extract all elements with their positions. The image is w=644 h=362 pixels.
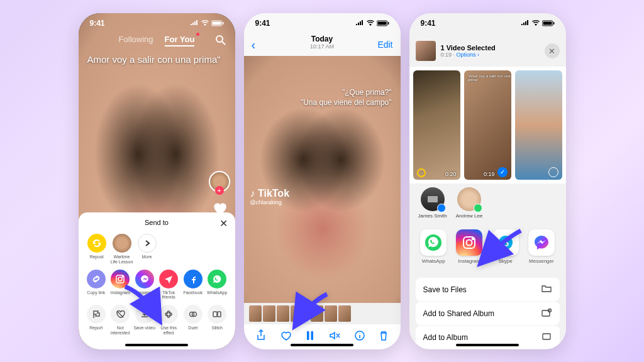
svg-rect-15 (388, 22, 389, 25)
signal-icon (190, 20, 199, 26)
annotation-arrow-2 (291, 290, 341, 334)
album-icon (541, 332, 552, 343)
creator-avatar[interactable]: + (209, 171, 230, 192)
svg-rect-1 (212, 21, 221, 25)
close-icon[interactable]: ✕ (219, 217, 228, 229)
svg-rect-20 (543, 21, 552, 25)
signal-icon (521, 20, 530, 26)
wifi-icon (531, 20, 540, 26)
options-link[interactable]: Options (457, 52, 476, 58)
svg-rect-14 (377, 21, 386, 25)
stitch-button[interactable]: Stitch (206, 305, 229, 335)
svg-point-3 (216, 36, 223, 42)
status-time: 9:41 (90, 19, 105, 28)
airdrop-people: James Smith Andrew Lee (409, 184, 566, 227)
battery-icon (211, 20, 224, 26)
selected-thumbnail (416, 41, 436, 61)
actions-list: Save to Files Add to Shared Album Add to… (409, 274, 566, 349)
person-andrew[interactable]: Andrew Lee (456, 187, 483, 223)
action-add-shared-album[interactable]: Add to Shared Album (416, 302, 560, 325)
status-icons (521, 20, 555, 26)
person-james[interactable]: James Smith (418, 187, 447, 223)
home-indicator[interactable] (456, 344, 519, 346)
shared-album-icon (541, 308, 552, 319)
report-button[interactable]: Report (85, 305, 108, 335)
duet-button[interactable]: Duet (182, 305, 205, 335)
tab-foryou[interactable]: For You (165, 35, 195, 47)
share-row-1: Repost Wartime Life Lesson More (79, 231, 235, 266)
follow-plus-icon[interactable]: + (215, 186, 224, 195)
status-bar: 9:41 (409, 13, 566, 33)
folder-icon (541, 284, 552, 295)
app-whatsapp[interactable]: WhatsApp (420, 229, 447, 274)
home-indicator[interactable] (291, 344, 353, 346)
app-messenger[interactable]: Messenger (528, 229, 555, 274)
annotation-arrow-3 (472, 224, 528, 275)
status-icons (190, 20, 224, 26)
photos-title: Today 10:17 AM (244, 35, 401, 50)
gallery-thumb-1[interactable]: 0:20 (413, 70, 460, 180)
thumb-duration: 0:20 (445, 171, 457, 177)
annotation-arrow-1 (119, 282, 175, 332)
media-gallery: 0:20 "Amor voy a salir con una prima" ✓ … (409, 67, 566, 184)
video-caption: "¿Que prima?" "Una que viene del campo" (301, 87, 392, 109)
tiktok-watermark: ♪ TikTok @chlaraking (250, 188, 290, 206)
info-icon[interactable] (352, 327, 368, 346)
svg-point-6 (122, 276, 123, 277)
status-time: 9:41 (421, 19, 436, 28)
unselected-circle (548, 167, 558, 177)
status-time: 9:41 (255, 19, 270, 28)
wifi-icon (201, 20, 209, 26)
more-button[interactable]: More (135, 234, 159, 264)
svg-rect-12 (218, 312, 221, 317)
close-icon[interactable]: ✕ (545, 43, 560, 58)
phone-photos: 9:41 Today 10:17 AM ‹ Edit "¿Que prima?"… (244, 13, 401, 349)
repost-button[interactable]: Repost (85, 234, 109, 264)
svg-rect-11 (213, 312, 217, 317)
share-icon[interactable] (253, 327, 269, 347)
wifi-icon (366, 20, 375, 26)
phone-tiktok: 9:41 Following For You Amor voy a salir … (79, 13, 235, 349)
thumb-duration: 0:19 (484, 171, 495, 177)
search-icon[interactable] (215, 35, 226, 48)
selected-check-icon: ✓ (497, 167, 508, 177)
video-caption: Amor voy a salir con una prima" (87, 53, 221, 66)
gallery-thumb-3[interactable] (515, 70, 562, 180)
header-text: 1 Video Selected 0:19 · Options › (441, 44, 540, 58)
battery-icon (542, 20, 555, 26)
contact-wartime[interactable]: Wartime Life Lesson (110, 234, 134, 264)
svg-point-5 (118, 277, 122, 281)
video-preview[interactable]: "¿Que prima?" "Una que viene del campo" … (244, 56, 401, 303)
phone-share-sheet: 9:41 1 Video Selected 0:19 · Options › ✕… (409, 13, 566, 349)
battery-icon (377, 20, 389, 26)
tiktok-video[interactable]: Following For You Amor voy a salir con u… (79, 13, 235, 349)
svg-rect-2 (223, 22, 224, 25)
status-bar: 9:41 (244, 13, 401, 33)
svg-point-23 (425, 234, 441, 251)
share-facebook[interactable]: Facebook (182, 270, 205, 300)
svg-rect-22 (428, 196, 438, 202)
trash-icon[interactable] (376, 327, 391, 346)
signal-icon (355, 20, 364, 26)
action-save-to-files[interactable]: Save to Files (416, 278, 560, 301)
copy-link-button[interactable]: Copy link (85, 270, 108, 300)
gallery-thumb-2[interactable]: "Amor voy a salir con una prima" ✓ 0:19 (464, 70, 511, 180)
live-photo-icon (417, 168, 426, 177)
thumb-caption: "Amor voy a salir con una prima" (468, 74, 511, 82)
top-nav: Following For You (79, 35, 235, 47)
home-indicator[interactable] (125, 344, 188, 346)
status-icons (355, 20, 389, 26)
tab-following[interactable]: Following (119, 35, 153, 47)
share-whatsapp[interactable]: WhatsApp (206, 270, 229, 300)
svg-rect-21 (553, 22, 555, 25)
status-bar: 9:41 (79, 13, 235, 33)
sheet-header: Send to ✕ (79, 219, 235, 231)
svg-rect-31 (543, 334, 550, 339)
